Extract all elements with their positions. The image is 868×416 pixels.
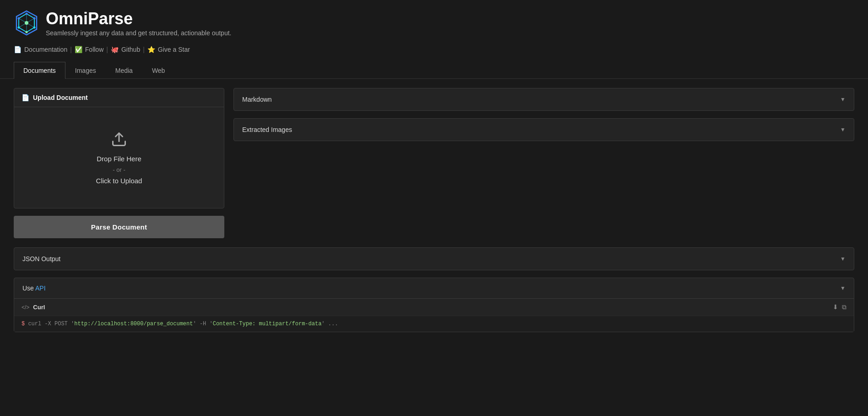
documentation-link[interactable]: Documentation bbox=[24, 46, 67, 53]
extracted-images-panel-header[interactable]: Extracted Images ▼ bbox=[234, 119, 854, 141]
upload-section: 📄 Upload Document Drop File Here - or - … bbox=[14, 88, 224, 208]
svg-point-11 bbox=[18, 17, 20, 20]
tab-documents[interactable]: Documents bbox=[14, 62, 65, 79]
star-icon: ⭐ bbox=[147, 46, 155, 53]
logo-row: OmniParse Seamlessly ingest any data and… bbox=[14, 9, 854, 37]
api-panel-header[interactable]: Use API ▼ bbox=[14, 278, 854, 298]
api-chevron-icon: ▼ bbox=[840, 285, 846, 291]
drop-text: Drop File Here bbox=[97, 155, 141, 163]
upload-header: 📄 Upload Document bbox=[14, 88, 224, 107]
follow-link[interactable]: Follow bbox=[85, 46, 103, 53]
markdown-panel-title: Markdown bbox=[242, 96, 272, 103]
svg-point-9 bbox=[26, 31, 28, 33]
upload-drop-area[interactable]: Drop File Here - or - Click to Upload bbox=[14, 107, 224, 208]
api-content: </> Curl ⬇ ⧉ $ curl -X POST 'http://loca… bbox=[14, 298, 854, 332]
api-title-highlight: API bbox=[35, 285, 46, 292]
tab-images[interactable]: Images bbox=[65, 62, 106, 79]
upload-doc-icon: 📄 bbox=[22, 94, 29, 101]
json-output-chevron-icon: ▼ bbox=[840, 256, 846, 262]
give-star-link[interactable]: Give a Star bbox=[158, 46, 190, 53]
header: OmniParse Seamlessly ingest any data and… bbox=[0, 0, 868, 61]
download-icon[interactable]: ⬇ bbox=[833, 303, 838, 311]
or-text: - or - bbox=[113, 166, 125, 173]
parse-document-button[interactable]: Parse Document bbox=[14, 216, 224, 238]
separator-2: | bbox=[106, 46, 108, 53]
curl-header: </> Curl ⬇ ⧉ bbox=[14, 299, 854, 316]
separator-1: | bbox=[70, 46, 72, 53]
code-keyword: $ bbox=[22, 321, 25, 327]
tab-web[interactable]: Web bbox=[142, 62, 175, 79]
github-link[interactable]: Github bbox=[121, 46, 140, 53]
app-subtitle: Seamlessly ingest any data and get struc… bbox=[46, 29, 231, 37]
github-icon: 🐙 bbox=[111, 46, 119, 53]
follow-icon: ✅ bbox=[75, 46, 82, 53]
documentation-icon: 📄 bbox=[14, 46, 22, 53]
code-body: curl -X POST 'http://localhost:8000/pars… bbox=[28, 321, 338, 327]
extracted-images-chevron-icon: ▼ bbox=[840, 126, 846, 133]
markdown-chevron-icon: ▼ bbox=[840, 96, 846, 103]
svg-point-6 bbox=[26, 13, 28, 15]
separator-3: | bbox=[143, 46, 145, 53]
app-logo bbox=[14, 10, 39, 36]
tabs: Documents Images Media Web bbox=[14, 61, 854, 78]
click-to-upload-text: Click to Upload bbox=[96, 177, 142, 185]
json-output-panel: JSON Output ▼ bbox=[14, 247, 854, 270]
api-panel: Use API ▼ </> Curl ⬇ ⧉ $ curl -X POST 'h… bbox=[14, 278, 854, 332]
code-brackets-icon: </> bbox=[22, 304, 29, 311]
svg-point-5 bbox=[25, 21, 28, 25]
api-panel-title: Use API bbox=[22, 285, 46, 292]
svg-point-8 bbox=[33, 27, 36, 29]
bottom-sections: JSON Output ▼ Use API ▼ </> Curl ⬇ ⧉ $ c… bbox=[0, 247, 868, 341]
code-snippet: $ curl -X POST 'http://localhost:8000/pa… bbox=[14, 316, 854, 332]
json-output-header[interactable]: JSON Output ▼ bbox=[14, 248, 854, 270]
markdown-panel-header[interactable]: Markdown ▼ bbox=[234, 88, 854, 110]
app-title: OmniParse bbox=[46, 9, 231, 28]
json-output-title: JSON Output bbox=[22, 255, 60, 263]
tabs-container: Documents Images Media Web bbox=[0, 61, 868, 79]
tab-media[interactable]: Media bbox=[106, 62, 142, 79]
upload-icon bbox=[111, 131, 127, 148]
copy-icon[interactable]: ⧉ bbox=[842, 303, 846, 311]
right-panel: Markdown ▼ Extracted Images ▼ bbox=[233, 88, 854, 238]
curl-label: Curl bbox=[33, 304, 45, 311]
app-title-block: OmniParse Seamlessly ingest any data and… bbox=[46, 9, 231, 37]
extracted-images-panel-title: Extracted Images bbox=[242, 126, 292, 133]
nav-links: 📄 Documentation | ✅ Follow | 🐙 Github | … bbox=[14, 40, 854, 57]
left-panel: 📄 Upload Document Drop File Here - or - … bbox=[14, 88, 224, 238]
main-content: 📄 Upload Document Drop File Here - or - … bbox=[0, 79, 868, 247]
svg-point-10 bbox=[18, 27, 20, 29]
markdown-panel: Markdown ▼ bbox=[233, 88, 854, 111]
action-icons: ⬇ ⧉ bbox=[833, 303, 846, 311]
upload-header-label: Upload Document bbox=[33, 94, 88, 101]
svg-point-7 bbox=[33, 17, 36, 20]
extracted-images-panel: Extracted Images ▼ bbox=[233, 118, 854, 141]
